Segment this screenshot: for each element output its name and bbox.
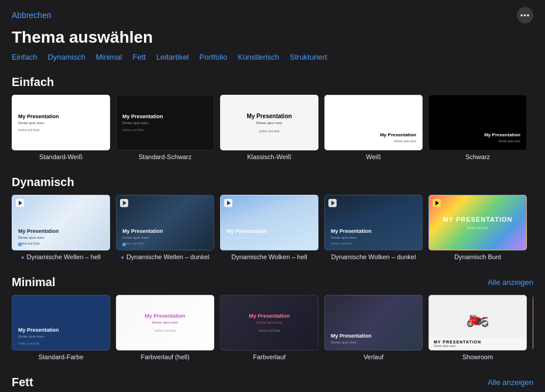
template-thumb-dyn-wave-light: My Presentation Donec quis nunc Author a… [12,195,110,250]
thumb-title: My Presentation [380,132,416,138]
thumb-author: Author and Date [122,128,208,132]
template-thumb-dyn-cloud-light: My Presentation Donec quis nunc Author a… [220,195,318,250]
template-min-gradient-light[interactable]: My Presentation Donec quis nunc Author a… [116,295,214,360]
template-label-min-gradient-light: Farbverlauf (hell) [140,353,189,360]
section-header-minimal: Minimal Alle anzeigen [12,276,533,289]
template-dyn-cloud-light[interactable]: My Presentation Donec quis nunc Author a… [220,195,318,260]
template-label-klassisch-weiss: Klassisch-Weiß [247,153,292,160]
template-min-verlauf[interactable]: My Presentation Donec quis nunc Verlauf [324,295,423,360]
filter-tab-portfolio[interactable]: Portfolio [200,53,228,61]
thumb-author: Author and Date [18,128,104,132]
play-icon [120,199,128,207]
dot-indicator [122,243,126,246]
dot-indicator [18,243,22,246]
template-thumb-min-verlauf: My Presentation Donec quis nunc [324,295,423,350]
thumb-title: My Presentation [246,113,292,120]
cancel-button[interactable]: Abbrechen [12,11,52,20]
template-partial-extra[interactable] [533,295,533,360]
template-dyn-wave-dark[interactable]: My Presentation Donec quis nunc Author a… [116,195,214,260]
section-header-dynamisch: Dynamisch [12,176,533,189]
play-icon [328,199,337,207]
motorcycle-icon: 🏍️ [466,305,489,328]
templates-row-minimal: My Presentation Donec quis nunc Author a… [12,295,533,360]
template-thumb-dyn-wave-dark: My Presentation Donec quis nunc Author a… [116,195,214,250]
section-title-dynamisch: Dynamisch [12,176,74,189]
template-dyn-cloud-dark[interactable]: My Presentation Donec quis nunc Author a… [324,195,423,260]
thumb-subtitle: Donec quis nunc [499,139,520,143]
thumb-subtitle: Donec quis nunc [395,139,416,143]
top-bar: Abbrechen ••• [0,0,545,28]
template-thumb-dyn-cloud-dark: My Presentation Donec quis nunc Author a… [324,195,423,250]
filter-tab-einfach[interactable]: Einfach [12,53,37,61]
thumb-title: My Presentation [484,132,520,138]
filter-tab-fett[interactable]: Fett [132,53,145,61]
filter-tab-strukturiert[interactable]: Strukturiert [290,53,327,61]
play-icon [433,199,441,207]
section-header-fett: Fett Alle anzeigen [12,376,533,389]
play-icon [224,199,232,207]
play-icon [16,199,24,207]
show-all-fett-button[interactable]: Alle anzeigen [488,378,533,387]
thumb-subtitle: Donec quis nunc [122,121,208,125]
thumb-subtitle: Donec quis nunc [18,121,104,125]
show-all-minimal-button[interactable]: Alle anzeigen [488,278,533,287]
filter-tab-dynamisch[interactable]: Dynamisch [47,53,85,61]
thumb-subtitle: Donec quis nunc [256,121,283,125]
template-min-gradient[interactable]: My Presentation Donec quis nunc Author a… [220,295,318,360]
template-showroom[interactable]: 🏍️ MY PRESENTATION Donec quis nunc Showr… [429,295,527,360]
template-thumb-min-gradient: My Presentation Donec quis nunc Author a… [220,295,318,350]
template-klassisch-weiss[interactable]: My Presentation Donec quis nunc author a… [220,95,318,160]
template-label-dyn-cloud-dark: Dynamische Wolken – dunkel [331,253,416,260]
template-label-standard-schwarz: Standard-Schwarz [139,153,192,160]
template-thumb-standard-weiss: My Presentation Donec quis nunc Author a… [12,95,110,150]
filter-tabs: Einfach Dynamisch Minimal Fett Leitartik… [0,53,545,70]
template-thumb-schwarz: My Presentation Donec quis nunc [429,95,527,150]
template-label-min-gradient: Farbverlauf [253,353,286,360]
template-label-standard-weiss: Standard-Weiß [39,153,83,160]
section-title-fett: Fett [12,376,33,389]
section-minimal: Minimal Alle anzeigen My Presentation Do… [0,270,545,370]
template-label-min-standard: Standard-Farbe [38,353,83,360]
filter-tab-kuenstlerisch[interactable]: Künstlerisch [238,53,279,61]
filter-tab-leitartikel[interactable]: Leitartikel [156,53,189,61]
template-standard-weiss[interactable]: My Presentation Donec quis nunc Author a… [12,95,110,160]
template-schwarz[interactable]: My Presentation Donec quis nunc Schwarz [429,95,527,160]
templates-row-einfach: My Presentation Donec quis nunc Author a… [12,95,533,160]
template-label-weiss: Weiß [366,153,381,160]
template-label-schwarz: Schwarz [465,153,490,160]
thumb-title: My Presentation [122,114,208,120]
template-thumb-min-gradient-light: My Presentation Donec quis nunc Author a… [116,295,214,350]
more-icon: ••• [520,11,530,20]
template-dyn-colorful[interactable]: MY PRESENTATION Donec quis nunc Dynamisc… [429,195,527,260]
section-einfach: Einfach My Presentation Donec quis nunc … [0,70,545,170]
template-standard-schwarz[interactable]: My Presentation Donec quis nunc Author a… [116,95,214,160]
template-thumb-partial [533,295,533,350]
template-thumb-standard-schwarz: My Presentation Donec quis nunc Author a… [116,95,214,150]
section-fett: Fett Alle anzeigen MYPRESENTATION 👤 MYPR… [0,370,545,392]
templates-row-dynamisch: My Presentation Donec quis nunc Author a… [12,195,533,260]
template-label-showroom: Showroom [462,353,493,360]
template-min-standard[interactable]: My Presentation Donec quis nunc Author a… [12,295,110,360]
template-thumb-dyn-colorful: MY PRESENTATION Donec quis nunc [429,195,527,250]
section-title-einfach: Einfach [12,75,54,89]
template-label-dyn-wave-dark: ●Dynamische Wellen – dunkel [121,253,209,260]
template-label-min-verlauf: Verlauf [364,353,383,360]
template-thumb-klassisch-weiss: My Presentation Donec quis nunc author a… [220,95,318,150]
template-thumb-weiss: My Presentation Donec quis nunc [324,95,423,150]
more-options-button[interactable]: ••• [517,7,533,23]
page-title: Thema auswählen [0,28,545,53]
template-thumb-min-standard: My Presentation Donec quis nunc Author a… [12,295,110,350]
thumb-title: My Presentation [18,114,104,120]
template-weiss[interactable]: My Presentation Donec quis nunc Weiß [324,95,423,160]
filter-tab-minimal[interactable]: Minimal [96,53,122,61]
template-label-dyn-colorful: Dynamisch Bunt [454,253,501,260]
section-dynamisch: Dynamisch My Presentation Donec quis nun… [0,170,545,270]
section-header-einfach: Einfach [12,75,533,89]
thumb-author: author and date [259,129,279,133]
template-dyn-wave-light[interactable]: My Presentation Donec quis nunc Author a… [12,195,110,260]
section-title-minimal: Minimal [12,276,55,289]
template-label-dyn-cloud-light: Dynamische Wolken – hell [231,253,307,260]
template-label-dyn-wave-light: ●Dynamische Wellen – hell [21,253,101,260]
template-thumb-showroom: 🏍️ MY PRESENTATION Donec quis nunc [429,295,527,350]
